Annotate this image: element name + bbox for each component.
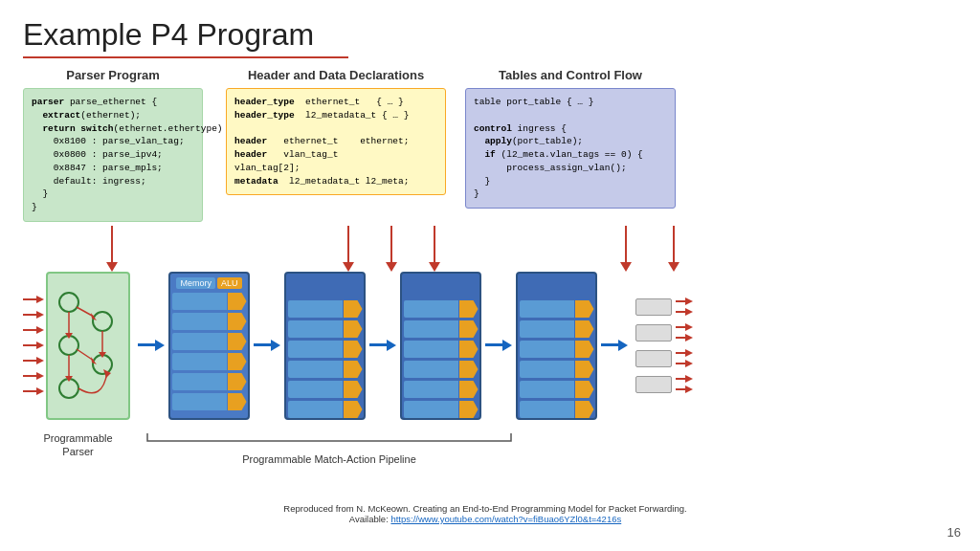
red-arrow-3 — [23, 325, 44, 335]
table-row-item — [404, 300, 479, 318]
red-arrow-7 — [23, 386, 44, 396]
diagram-main-row: Memory ALU — [23, 272, 693, 420]
parser-section: Parser Program parser parse_ethernet { e… — [23, 68, 203, 222]
table-row-item — [520, 341, 594, 358]
header-code-box: header_type ethernet_t { … } header_type… — [226, 88, 446, 195]
pipeline-stage-1: Memory ALU — [168, 272, 250, 420]
slide: Example P4 Program Parser Program parser… — [0, 0, 980, 551]
header-section: Header and Data Declarations header_type… — [226, 68, 446, 195]
output-row-2 — [635, 323, 693, 342]
red-arrow-2 — [23, 310, 44, 320]
red-input-arrows — [23, 295, 44, 396]
table-row-item — [288, 381, 363, 398]
table-row-item — [520, 401, 594, 418]
svg-marker-7 — [429, 262, 440, 272]
output-arrow-small — [676, 298, 693, 305]
red-arrow-1 — [23, 295, 44, 304]
parser-circles-svg — [50, 278, 126, 412]
parser-label-text: ProgrammableParser — [23, 431, 133, 459]
table-rows-3 — [404, 300, 479, 418]
output-arrows-3 — [676, 349, 693, 367]
table-row-item — [288, 341, 363, 358]
table-row-item — [172, 373, 247, 390]
pipeline-brace-svg — [143, 431, 516, 449]
output-row-3 — [635, 349, 693, 367]
svg-marker-5 — [386, 262, 397, 272]
table-row-item — [404, 341, 479, 358]
svg-marker-11 — [668, 262, 679, 272]
parser-heading: Parser Program — [66, 68, 160, 82]
table-rows-1 — [172, 293, 247, 410]
table-rows-4 — [520, 300, 594, 418]
table-row-item — [520, 361, 594, 378]
pipeline-stage-2 — [284, 272, 366, 420]
svg-point-13 — [93, 312, 112, 331]
tables-section: Tables and Control Flow table port_table… — [465, 68, 676, 209]
table-row-item — [404, 361, 479, 378]
tables-heading: Tables and Control Flow — [499, 68, 642, 82]
title-underline — [23, 56, 348, 58]
svg-marker-1 — [106, 262, 118, 272]
output-arrows-2 — [676, 323, 693, 342]
title-text: Example P4 Program — [23, 17, 957, 53]
blue-arrow-5 — [601, 339, 628, 352]
blue-arrow-4 — [485, 339, 512, 352]
blue-arrow-3 — [369, 339, 396, 352]
blue-arrow-1 — [138, 339, 165, 352]
red-arrow-5 — [23, 356, 44, 365]
diagram-wrapper: Memory ALU — [23, 226, 961, 417]
red-arrow-4 — [23, 341, 44, 350]
svg-line-23 — [77, 349, 94, 361]
svg-marker-9 — [620, 262, 632, 272]
red-arrow-6 — [23, 371, 44, 381]
table-row-item — [520, 300, 594, 318]
memory-label: Memory — [176, 277, 215, 289]
footer-citation: Reproduced from N. McKeown. Creating an … — [283, 503, 686, 514]
table-row-item — [404, 401, 479, 418]
output-arrows-4 — [676, 375, 693, 393]
output-arrow-small — [676, 360, 693, 367]
output-arrow-small — [676, 308, 693, 316]
svg-line-19 — [77, 307, 94, 317]
output-arrow-small — [676, 386, 693, 393]
header-heading: Header and Data Declarations — [248, 68, 424, 82]
table-row-item — [520, 320, 594, 338]
output-arrows-1 — [676, 298, 693, 316]
table-row-item — [172, 293, 247, 310]
table-rows-2 — [288, 300, 363, 418]
output-box-3 — [635, 350, 672, 367]
table-row-item — [404, 381, 479, 398]
memory-alu-labels: Memory ALU — [176, 277, 241, 289]
table-row-item — [288, 361, 363, 378]
table-row-item — [288, 401, 363, 418]
parser-box — [46, 272, 130, 420]
footer-link[interactable]: https://www.youtube.com/watch?v=fiBuao6Y… — [390, 514, 621, 524]
pipeline-stage-3 — [400, 272, 481, 420]
code-sections-row: Parser Program parser parse_ethernet { e… — [23, 68, 957, 222]
table-row-item — [520, 381, 594, 398]
table-row-item — [404, 320, 479, 338]
table-row-item — [172, 393, 247, 410]
pipeline-label-container: Programmable Match-Action Pipeline — [143, 431, 516, 465]
output-row-1 — [635, 298, 693, 316]
slide-title: Example P4 Program — [23, 17, 957, 58]
diagram-labels: ProgrammableParser Programmable Match-Ac… — [23, 431, 516, 465]
output-row-4 — [635, 375, 693, 393]
blue-arrow-2 — [254, 339, 280, 352]
alu-label: ALU — [217, 277, 242, 289]
svg-point-12 — [59, 293, 78, 312]
table-row-item — [172, 313, 247, 330]
output-arrow-small — [676, 334, 693, 342]
output-section — [635, 298, 693, 393]
output-box-1 — [635, 298, 672, 316]
output-box-2 — [635, 324, 672, 342]
table-row-item — [172, 353, 247, 370]
svg-marker-3 — [343, 262, 354, 272]
output-arrow-small — [676, 349, 693, 357]
footer-text: Reproduced from N. McKeown. Creating an … — [19, 503, 951, 524]
parser-diagram-label: ProgrammableParser — [23, 431, 133, 459]
footer-section: Reproduced from N. McKeown. Creating an … — [19, 499, 951, 524]
parser-code-box: parser parse_ethernet { extract(ethernet… — [23, 88, 203, 222]
tables-code-box: table port_table { … } control ingress {… — [465, 88, 676, 209]
pipeline-stage-4 — [516, 272, 597, 420]
